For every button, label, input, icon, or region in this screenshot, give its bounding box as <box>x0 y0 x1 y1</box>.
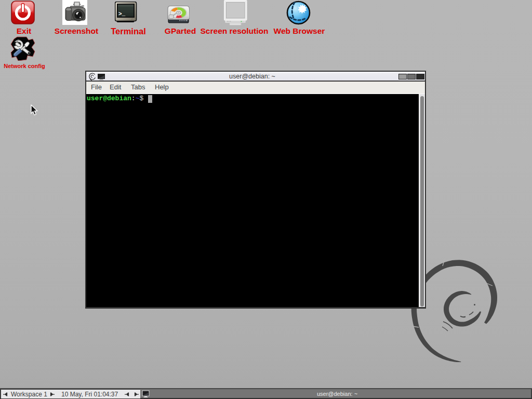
svg-text:>_: >_ <box>118 11 126 17</box>
